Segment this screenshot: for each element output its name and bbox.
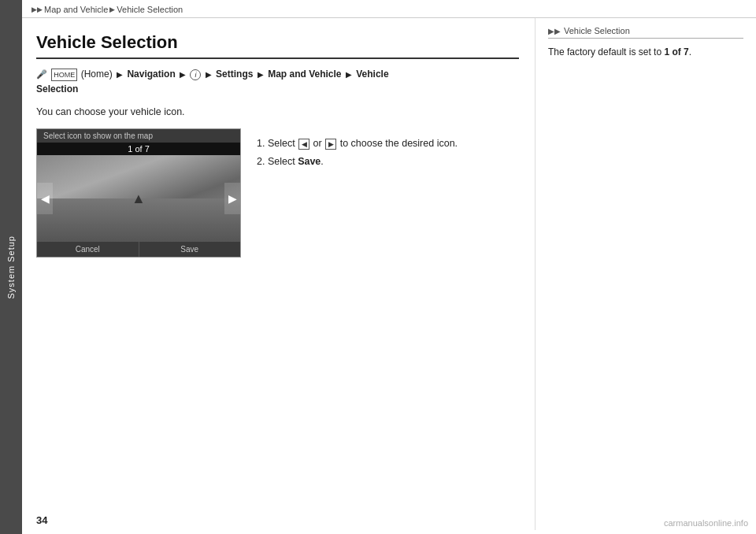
info-icon: i (190, 69, 201, 80)
page-title: Vehicle Selection (36, 32, 519, 59)
screen-arrow-left[interactable]: ◀ (37, 183, 53, 214)
page-description: You can choose your vehicle icon. (36, 106, 519, 117)
step2-suffix: . (321, 156, 323, 167)
right-content-suffix: . (689, 46, 691, 57)
mic-icon: 🎤 (36, 68, 47, 82)
page-number: 34 (36, 514, 47, 526)
sidebar: System Setup (0, 0, 22, 534)
screen-arrow-right[interactable]: ▶ (224, 183, 240, 214)
right-content-bold: 1 of 7 (664, 46, 688, 57)
screen-counter: 1 of 7 (37, 143, 240, 155)
nav-arrow-3: ▶ (206, 70, 212, 79)
nav-arrow-1: ▶ (117, 70, 123, 79)
steps: 1. Select ◀ or ▶ to choose the desired i… (257, 135, 458, 170)
sidebar-label: System Setup (6, 235, 16, 299)
right-content: The factory default is set to 1 of 7. (548, 45, 743, 60)
home-label: Home (84, 69, 109, 80)
nav-arrow-2: ▶ (180, 70, 186, 79)
step2-prefix: 2. Select (257, 156, 298, 167)
step-1: 1. Select ◀ or ▶ to choose the desired i… (257, 135, 458, 153)
step-2: 2. Select Save. (257, 153, 458, 171)
screen-mockup: Select icon to show on the map 1 of 7 ◀ … (36, 128, 241, 258)
breadcrumb-arrow-2: ▶ (109, 6, 115, 13)
screen-footer: Cancel Save (37, 242, 240, 257)
home-icon: HOME (51, 69, 77, 81)
breadcrumb-part-2: Vehicle Selection (117, 5, 183, 14)
nav-arrow-4: ▶ (258, 70, 264, 79)
step1-middle: or (310, 138, 324, 149)
vehicle-marker: ▲ (132, 191, 146, 207)
step1-left-icon: ◀ (298, 139, 309, 150)
right-section-title: ▶▶ Vehicle Selection (548, 26, 743, 39)
content-area: Vehicle Selection 🎤 HOME (Home) ▶ Naviga… (22, 18, 756, 530)
right-panel: ▶▶ Vehicle Selection The factory default… (536, 18, 756, 530)
screen-image-area: ◀ ▲ ▶ (37, 155, 240, 242)
right-content-prefix: The factory default is set to (548, 46, 664, 57)
breadcrumb-bar: ▶▶ Map and Vehicle ▶ Vehicle Selection (22, 0, 756, 18)
nav-arrow-5: ▶ (346, 70, 352, 79)
screen-header: Select icon to show on the map (37, 129, 240, 143)
watermark: carmanualsonline.info (664, 518, 748, 528)
main-content: ▶▶ Map and Vehicle ▶ Vehicle Selection V… (22, 0, 756, 534)
breadcrumb-arrow-1: ▶▶ (32, 6, 43, 13)
step2-bold: Save (298, 156, 321, 167)
nav-settings: Settings (216, 69, 253, 80)
right-section-label: Vehicle Selection (564, 26, 630, 35)
left-panel: Vehicle Selection 🎤 HOME (Home) ▶ Naviga… (22, 18, 536, 530)
nav-vehicle: Vehicle (356, 69, 388, 80)
nav-selection: Selection (36, 83, 78, 95)
nav-navigation: Navigation (127, 69, 175, 80)
nav-path: 🎤 HOME (Home) ▶ Navigation ▶ i ▶ Setting… (36, 67, 519, 97)
breadcrumb-part-1: Map and Vehicle (44, 5, 108, 14)
screen-cancel-button[interactable]: Cancel (37, 242, 139, 257)
step1-right-icon: ▶ (325, 139, 336, 150)
screen-save-button[interactable]: Save (139, 242, 241, 257)
step1-prefix: 1. Select (257, 138, 298, 149)
nav-map-vehicle: Map and Vehicle (268, 69, 341, 80)
rr-icon: ▶▶ (548, 27, 561, 35)
step1-suffix: to choose the desired icon. (337, 138, 458, 149)
